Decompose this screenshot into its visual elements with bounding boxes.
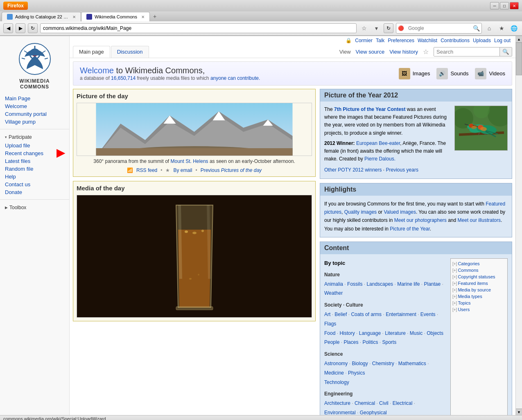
- browser-search-input[interactable]: [406, 23, 471, 33]
- sidebar-item-welcome[interactable]: Welcome: [0, 102, 69, 110]
- user-link[interactable]: Cormier: [355, 38, 373, 43]
- other-winners-link[interactable]: Other POTY 2012 winners: [324, 167, 382, 173]
- minimize-button[interactable]: ─: [490, 2, 499, 9]
- sidebar-cat-users[interactable]: [+] Users: [452, 306, 506, 313]
- link-literature[interactable]: Literature: [385, 330, 406, 336]
- reload-button[interactable]: ↻: [28, 23, 38, 33]
- link-fossils[interactable]: Fossils: [347, 281, 362, 287]
- highlights-poty-link[interactable]: Picture of the Year: [390, 226, 429, 232]
- preferences-link[interactable]: Preferences: [388, 38, 414, 43]
- meet-photographers-link[interactable]: Meet our photographers: [394, 217, 447, 223]
- link-politics[interactable]: Politics: [362, 339, 378, 345]
- watchlist-link[interactable]: Watchlist: [418, 38, 437, 43]
- tab-wikiversity[interactable]: Adding to Catalogue 22 - Wikiversity ✕: [2, 12, 81, 21]
- contributions-link[interactable]: Contributions: [441, 38, 470, 43]
- link-technology[interactable]: Technology: [324, 379, 349, 385]
- previous-potd-link[interactable]: Previous Pictures of the day: [201, 167, 262, 173]
- uploads-link[interactable]: Uploads: [473, 38, 491, 43]
- poty-contest-link[interactable]: 7th Picture of the Year Contest: [334, 106, 406, 112]
- by-email-link[interactable]: By email: [173, 167, 192, 173]
- view-source-link[interactable]: View source: [356, 49, 385, 55]
- link-environmental[interactable]: Environmental: [324, 410, 356, 415]
- rss-feed-link[interactable]: RSS feed: [136, 167, 157, 173]
- search-input[interactable]: [434, 47, 499, 56]
- talk-link[interactable]: Talk: [376, 38, 384, 43]
- link-animalia[interactable]: Animalia: [324, 281, 343, 287]
- previous-years-link[interactable]: Previous years: [386, 167, 418, 173]
- videos-link[interactable]: 📹 Videos: [475, 68, 505, 79]
- link-medicine[interactable]: Medicine: [324, 370, 344, 376]
- sidebar-item-village-pump[interactable]: Village pump: [0, 118, 69, 126]
- logout-link[interactable]: Log out: [494, 38, 511, 43]
- bookmark-down-icon[interactable]: ▾: [371, 23, 381, 33]
- sidebar-cat-topics[interactable]: [+] Topics: [452, 300, 506, 306]
- tab-close-wikimedia[interactable]: ✕: [141, 15, 145, 19]
- link-objects[interactable]: Objects: [427, 330, 443, 336]
- link-music[interactable]: Music: [410, 330, 423, 336]
- link-flags[interactable]: Flags: [324, 321, 336, 327]
- scroll-down-button[interactable]: ▼: [516, 409, 522, 415]
- sidebar-item-main-page[interactable]: Main Page: [0, 95, 69, 102]
- link-marine-life[interactable]: Marine life: [397, 281, 420, 287]
- url-bar[interactable]: [40, 23, 357, 33]
- sidebar-cat-featured[interactable]: [+] Featured items: [452, 280, 506, 287]
- mount-st-helens-link[interactable]: Mount St. Helens: [171, 158, 208, 164]
- link-astronomy[interactable]: Astronomy: [324, 361, 348, 366]
- link-people[interactable]: People: [324, 339, 339, 345]
- file-count-link[interactable]: 16,650,714: [111, 75, 136, 81]
- tab-discussion[interactable]: Discussion: [111, 46, 149, 58]
- images-link[interactable]: 🖼 Images: [399, 68, 430, 79]
- meet-illustrators-link[interactable]: Meet our illustrators: [458, 217, 501, 223]
- link-entertainment[interactable]: Entertainment: [386, 312, 416, 317]
- link-biology[interactable]: Biology: [352, 361, 368, 366]
- link-food[interactable]: Food: [324, 330, 335, 336]
- search-submit-button[interactable]: 🔍: [499, 47, 512, 56]
- sidebar-item-random-file[interactable]: Random file: [0, 165, 69, 173]
- link-coats-of-arms[interactable]: Coats of arms: [351, 312, 382, 317]
- sidebar-cat-commons[interactable]: [+] Commons: [452, 267, 506, 273]
- close-button[interactable]: ✕: [510, 2, 519, 9]
- link-belief[interactable]: Belief: [334, 312, 347, 317]
- bookmark-star-icon[interactable]: ★: [497, 23, 506, 33]
- firefox-button[interactable]: Firefox: [3, 2, 28, 10]
- contribute-link[interactable]: anyone can contribute.: [210, 75, 260, 81]
- link-weather[interactable]: Weather: [324, 290, 343, 296]
- maximize-button[interactable]: □: [500, 2, 509, 9]
- link-plantae[interactable]: Plantae: [424, 281, 441, 287]
- view-history-link[interactable]: View history: [389, 49, 418, 55]
- sidebar-participate-heading[interactable]: ▾ Participate: [0, 133, 69, 142]
- search-glass-icon[interactable]: 🔍: [473, 25, 480, 32]
- sidebar-item-donate[interactable]: Donate: [0, 188, 69, 196]
- link-sports[interactable]: Sports: [382, 339, 396, 345]
- link-mathematics[interactable]: Mathematics: [398, 361, 426, 366]
- link-places[interactable]: Places: [343, 339, 358, 345]
- scroll-up-button[interactable]: ▲: [516, 36, 522, 43]
- link-electrical[interactable]: Electrical: [393, 400, 413, 406]
- sidebar-item-help[interactable]: Help: [0, 173, 69, 181]
- link-physics[interactable]: Physics: [348, 370, 365, 376]
- refresh-button[interactable]: ↻: [384, 23, 393, 33]
- bookmark-icon[interactable]: ☆: [359, 23, 369, 33]
- tab-main-page[interactable]: Main page: [73, 46, 110, 58]
- tab-close-wikiversity[interactable]: ✕: [72, 15, 76, 19]
- valued-images-link[interactable]: Valued images: [384, 209, 416, 215]
- sounds-link[interactable]: 🔊 Sounds: [436, 68, 468, 79]
- link-language[interactable]: Language: [359, 330, 381, 336]
- link-art[interactable]: Art: [324, 312, 330, 317]
- link-architecture[interactable]: Architecture: [324, 400, 350, 406]
- sidebar-toolbox-heading[interactable]: ▶ Toolbox: [0, 203, 69, 212]
- sidebar-item-community-portal[interactable]: Community portal: [0, 110, 69, 118]
- sidebar-cat-copyright[interactable]: [+] Copyright statuses: [452, 273, 506, 280]
- scrollbar[interactable]: ▲ ▼: [515, 36, 522, 415]
- link-events[interactable]: Events: [420, 312, 436, 317]
- sidebar-item-contact-us[interactable]: Contact us: [0, 181, 69, 188]
- quality-images-link[interactable]: Quality images: [344, 209, 377, 215]
- sidebar-cat-media-types[interactable]: [+] Media types: [452, 293, 506, 300]
- poty-winner-link[interactable]: European Bee-eater: [356, 140, 400, 146]
- link-chemical[interactable]: Chemical: [355, 400, 375, 406]
- watchlist-star-icon[interactable]: ☆: [423, 48, 429, 56]
- forward-button[interactable]: ▶: [16, 23, 25, 33]
- back-button[interactable]: ◀: [3, 23, 13, 33]
- link-chemistry[interactable]: Chemistry: [372, 361, 394, 366]
- tab-wikimedia[interactable]: Wikimedia Commons ✕: [81, 12, 150, 21]
